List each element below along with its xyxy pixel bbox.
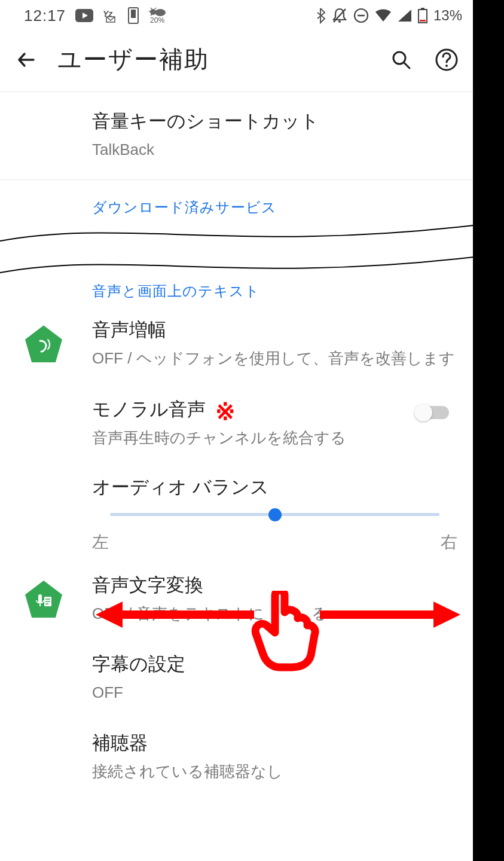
weather-pct: 20%: [150, 17, 164, 24]
content-break-annotation: [0, 221, 473, 280]
slider-label-left: 左: [92, 531, 109, 554]
item-title: オーディオ バランス: [92, 475, 457, 500]
item-sub: 接続されている補聴器なし: [92, 759, 457, 783]
dnd-icon: [353, 8, 369, 23]
signal-icon: [398, 9, 412, 22]
item-title: 補聴器: [92, 731, 457, 756]
youtube-icon: [75, 9, 93, 22]
ear-icon: [25, 325, 62, 362]
weather-icon: 20%: [148, 7, 166, 24]
help-icon: [435, 48, 459, 72]
item-captions[interactable]: 字幕の設定 OFF: [0, 639, 473, 718]
page-title: ユーザー補助: [57, 43, 370, 76]
svg-point-7: [155, 9, 166, 16]
status-bar: 12:17 Yz 20%: [0, 0, 473, 30]
item-title: 音声増幅: [92, 317, 457, 343]
mail-icon: Yz: [103, 8, 118, 23]
battery-pct: 13%: [433, 7, 462, 24]
app-bar: ユーザー補助: [0, 30, 473, 92]
arrow-left-icon: [16, 49, 37, 71]
svg-rect-5: [131, 10, 136, 18]
svg-point-9: [338, 20, 341, 23]
section-downloaded-services: ダウンロード済みサービス: [0, 180, 473, 221]
svg-rect-19: [38, 594, 42, 603]
transcribe-icon: [25, 581, 62, 618]
item-sub: OFF / 音声をテキストに変換する: [92, 602, 457, 625]
bell-off-icon: [332, 7, 347, 24]
help-button[interactable]: [432, 45, 461, 74]
phone-icon: [128, 7, 139, 24]
status-time: 12:17: [24, 7, 66, 25]
item-volume-shortcut[interactable]: 音量キーのショートカット TalkBack: [0, 92, 473, 180]
item-audio-balance: オーディオ バランス 左 右: [0, 463, 473, 560]
item-title: 字幕の設定: [92, 652, 457, 677]
item-mono-audio[interactable]: モノラル音声 ※ 音声再生時のチャンネルを統合する: [0, 384, 473, 463]
item-live-transcribe[interactable]: 音声文字変換 OFF / 音声をテキストに変換する: [0, 560, 473, 639]
back-button[interactable]: [12, 45, 41, 74]
audio-balance-slider[interactable]: [110, 506, 439, 524]
item-title: 音量キーのショートカット: [92, 109, 457, 134]
item-sub: TalkBack: [92, 138, 457, 161]
item-sound-amplifier[interactable]: 音声増幅 OFF / ヘッドフォンを使用して、音声を改善します: [0, 304, 473, 383]
item-sub: OFF: [92, 680, 457, 704]
item-title: モノラル音声: [92, 397, 206, 422]
bluetooth-icon: [315, 7, 326, 24]
search-button[interactable]: [387, 45, 416, 74]
slider-label-right: 右: [441, 531, 457, 554]
search-icon: [390, 49, 412, 71]
item-sub: OFF / ヘッドフォンを使用して、音声を改善します: [92, 346, 457, 370]
svg-rect-14: [420, 20, 426, 22]
mono-audio-toggle[interactable]: [414, 402, 453, 423]
svg-line-16: [404, 63, 410, 68]
item-sub: 音声再生時のチャンネルを統合する: [92, 426, 401, 450]
item-title: 音声文字変換: [92, 573, 457, 598]
wifi-icon: [375, 9, 392, 22]
item-hearing-aids[interactable]: 補聴器 接続されている補聴器なし: [0, 718, 473, 786]
battery-icon: [418, 8, 427, 23]
screen-border: [473, 0, 504, 861]
svg-point-18: [445, 65, 448, 67]
reference-mark-annotation: ※: [215, 399, 236, 423]
